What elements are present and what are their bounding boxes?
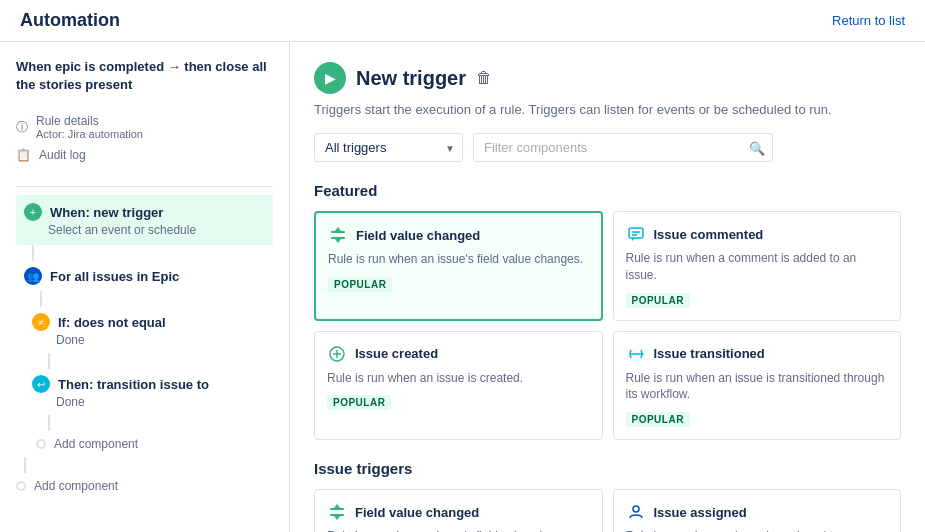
if-flow-sub: Done [32,333,265,347]
card-issue-commented-featured[interactable]: Issue commented Rule is run when a comme… [613,211,902,321]
issue-assigned-icon [626,502,646,522]
if-flow-icon: ≠ [32,313,50,331]
flow-item-then[interactable]: ↩ Then: transition issue to Done [8,369,281,415]
issue-assigned-title: Issue assigned [654,505,747,520]
play-icon: ▶ [314,62,346,94]
filter-input-wrapper: 🔍 [473,133,773,162]
filter-components-input[interactable] [473,133,773,162]
svg-marker-3 [335,239,341,243]
svg-rect-1 [331,237,345,239]
trigger-description: Triggers start the execution of a rule. … [314,102,901,117]
connector-5 [24,457,26,473]
flow-item-if[interactable]: ≠ If: does not equal Done [8,307,281,353]
sidebar-audit-log[interactable]: 📋 Audit log [16,144,273,166]
then-flow-label: Then: transition issue to [58,377,209,392]
if-flow-label: If: does not equal [58,315,166,330]
flow-item-trigger[interactable]: + When: new trigger Select an event or s… [16,195,273,245]
field-value-changed-issue-title: Field value changed [355,505,479,520]
trigger-panel: ▶ New trigger 🗑 Triggers start the execu… [290,42,925,532]
issue-commented-featured-title: Issue commented [654,227,764,242]
then-flow-sub: Done [32,395,265,409]
trigger-flow-sub: Select an event or schedule [24,223,265,237]
card-field-value-changed-featured[interactable]: Field value changed Rule is run when an … [314,211,603,321]
app-title: Automation [20,10,120,31]
card-field-value-changed-issue[interactable]: Field value changed Rule is run when an … [314,489,603,532]
add-dot-inner [36,439,46,449]
rule-title: When epic is completed → then close all … [0,58,289,106]
return-to-list-link[interactable]: Return to list [832,13,905,28]
info-icon: ⓘ [16,119,28,136]
field-value-changed-featured-title: Field value changed [356,228,480,243]
card-issue-created-featured[interactable]: Issue created Rule is run when an issue … [314,331,603,441]
audit-icon: 📋 [16,148,31,162]
card-issue-assigned[interactable]: Issue assigned Rule is run when an issue… [613,489,902,532]
add-component-inner[interactable]: Add component [8,431,281,457]
issue-created-featured-badge: POPULAR [327,395,391,410]
then-flow-icon: ↩ [32,375,50,393]
field-value-changed-issue-desc: Rule is run when an issue's field value … [327,528,590,532]
issue-transitioned-featured-badge: POPULAR [626,412,690,427]
for-all-flow-label: For all issues in Epic [50,269,179,284]
rule-details-sub: Actor: Jira automation [36,128,143,140]
audit-log-label: Audit log [39,148,86,162]
svg-rect-0 [331,231,345,233]
issue-transitioned-icon [626,344,646,364]
search-icon: 🔍 [749,140,765,155]
issue-transitioned-featured-desc: Rule is run when an issue is transitione… [626,370,889,404]
sidebar: When epic is completed → then close all … [0,42,290,532]
issue-triggers-cards-grid: Field value changed Rule is run when an … [314,489,901,532]
issue-created-featured-desc: Rule is run when an issue is created. [327,370,590,387]
flow-item-for-all[interactable]: 👥 For all issues in Epic [8,261,281,291]
sidebar-rule-details[interactable]: ⓘ Rule details Actor: Jira automation [16,110,273,144]
issue-assigned-desc: Rule is run when an issue is assigned to… [626,528,889,532]
trigger-title: New trigger [356,67,466,90]
connector-4 [48,415,50,431]
sidebar-meta: ⓘ Rule details Actor: Jira automation 📋 … [0,106,289,178]
issue-commented-icon [626,224,646,244]
svg-marker-2 [335,227,341,231]
field-value-changed-featured-desc: Rule is run when an issue's field value … [328,251,589,268]
add-component-outer[interactable]: Add component [0,473,289,499]
sidebar-divider [16,186,273,187]
svg-marker-5 [632,238,635,241]
for-all-flow-icon: 👥 [24,267,42,285]
connector-3 [48,353,50,369]
svg-rect-13 [330,508,344,510]
add-component-inner-label: Add component [54,437,138,451]
field-value-changed-issue-icon [327,502,347,522]
trigger-flow-icon: + [24,203,42,221]
trash-icon[interactable]: 🗑 [476,69,492,87]
card-issue-transitioned-featured[interactable]: Issue transitioned Rule is run when an i… [613,331,902,441]
svg-rect-4 [629,228,643,238]
issue-commented-featured-badge: POPULAR [626,293,690,308]
connector-1 [32,245,34,261]
featured-cards-grid: Field value changed Rule is run when an … [314,211,901,440]
connector-2 [40,291,42,307]
rule-details-label: Rule details [36,114,143,128]
svg-marker-15 [334,504,340,508]
featured-section-title: Featured [314,182,901,199]
add-dot-outer [16,481,26,491]
svg-marker-16 [334,516,340,520]
add-component-outer-label: Add component [34,479,118,493]
svg-rect-14 [330,514,344,516]
issue-transitioned-featured-title: Issue transitioned [654,346,765,361]
trigger-type-select[interactable]: All triggers Issue triggers Project trig… [314,133,463,162]
field-value-changed-featured-badge: POPULAR [328,277,392,292]
trigger-select-wrapper: All triggers Issue triggers Project trig… [314,133,463,162]
field-value-icon [328,225,348,245]
svg-point-17 [633,506,639,512]
issue-created-featured-title: Issue created [355,346,438,361]
issue-commented-featured-desc: Rule is run when a comment is added to a… [626,250,889,284]
trigger-flow-label: When: new trigger [50,205,163,220]
issue-created-icon [327,344,347,364]
filters-row: All triggers Issue triggers Project trig… [314,133,901,162]
issue-triggers-section-title: Issue triggers [314,460,901,477]
